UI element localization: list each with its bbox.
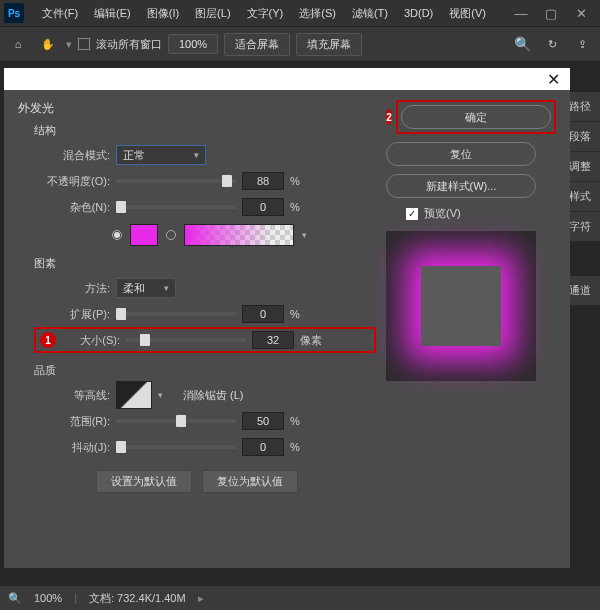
blend-mode-value: 正常 bbox=[123, 148, 145, 163]
status-docinfo: 文档: 732.4K/1.40M bbox=[89, 591, 186, 606]
noise-slider[interactable] bbox=[116, 205, 236, 209]
app-logo: Ps bbox=[4, 3, 24, 23]
size-value[interactable]: 32 bbox=[252, 331, 294, 349]
antialias-label: 消除锯齿 (L) bbox=[183, 388, 244, 403]
gradient-radio[interactable] bbox=[166, 230, 176, 240]
dialog-left-column: 外发光 结构 混合模式: 正常 ▾ 不透明度(O): 88 % bbox=[18, 100, 376, 558]
method-dropdown[interactable]: 柔和 ▾ bbox=[116, 278, 176, 298]
dialog-titlebar: ✕ bbox=[4, 68, 570, 90]
opacity-slider[interactable] bbox=[116, 179, 236, 183]
preview-glow-sample bbox=[421, 266, 501, 346]
color-swatch[interactable] bbox=[130, 224, 158, 246]
maximize-icon[interactable]: ▢ bbox=[536, 6, 566, 21]
dialog-close-icon[interactable]: ✕ bbox=[547, 70, 560, 89]
method-value: 柔和 bbox=[123, 281, 145, 296]
status-bar: 🔍 100% | 文档: 732.4K/1.40M ▸ bbox=[0, 586, 600, 610]
opacity-unit: % bbox=[290, 175, 300, 187]
minimize-icon[interactable]: — bbox=[506, 6, 536, 21]
size-unit: 像素 bbox=[300, 333, 322, 348]
menu-bar: Ps 文件(F) 编辑(E) 图像(I) 图层(L) 文字(Y) 选择(S) 滤… bbox=[0, 0, 600, 26]
home-icon[interactable]: ⌂ bbox=[6, 32, 30, 56]
scroll-all-label: 滚动所有窗口 bbox=[96, 37, 162, 52]
contour-picker[interactable] bbox=[116, 381, 152, 409]
opacity-value[interactable]: 88 bbox=[242, 172, 284, 190]
spread-value[interactable]: 0 bbox=[242, 305, 284, 323]
annotation-badge-2: 2 bbox=[386, 109, 392, 125]
menu-view[interactable]: 视图(V) bbox=[441, 6, 494, 21]
spread-label: 扩展(P): bbox=[34, 307, 110, 322]
zoom-level-button[interactable]: 100% bbox=[168, 34, 218, 54]
menu-file[interactable]: 文件(F) bbox=[34, 6, 86, 21]
jitter-label: 抖动(J): bbox=[34, 440, 110, 455]
range-label: 范围(R): bbox=[34, 414, 110, 429]
main-area: ✕ 路径 段落 调整 样式 字符 通道 外发光 结构 混合模式: 正常 ▾ bbox=[0, 62, 600, 610]
size-label: 大小(S): bbox=[62, 333, 120, 348]
chevron-down-icon[interactable]: ▾ bbox=[302, 230, 307, 240]
dialog-right-column: 2 确定 复位 新建样式(W)... ✓ 预览(V) bbox=[376, 100, 556, 558]
menu-filter[interactable]: 滤镜(T) bbox=[344, 6, 396, 21]
preview-checkbox[interactable]: ✓ bbox=[406, 208, 418, 220]
spread-slider[interactable] bbox=[116, 312, 236, 316]
menu-image[interactable]: 图像(I) bbox=[139, 6, 187, 21]
menu-select[interactable]: 选择(S) bbox=[291, 6, 344, 21]
share-icon[interactable]: ⇪ bbox=[570, 32, 594, 56]
search-icon[interactable]: 🔍 bbox=[8, 592, 22, 605]
noise-value[interactable]: 0 bbox=[242, 198, 284, 216]
gradient-swatch[interactable] bbox=[184, 224, 294, 246]
history-icon[interactable]: ↻ bbox=[540, 32, 564, 56]
group-structure-label: 结构 bbox=[34, 123, 376, 138]
preview-label: 预览(V) bbox=[424, 206, 461, 221]
noise-unit: % bbox=[290, 201, 300, 213]
contour-label: 等高线: bbox=[34, 388, 110, 403]
range-slider[interactable] bbox=[116, 419, 236, 423]
chevron-down-icon: ▾ bbox=[164, 283, 169, 293]
cancel-button[interactable]: 复位 bbox=[386, 142, 536, 166]
chevron-down-icon: ▾ bbox=[194, 150, 199, 160]
new-style-button[interactable]: 新建样式(W)... bbox=[386, 174, 536, 198]
noise-label: 杂色(N): bbox=[34, 200, 110, 215]
opacity-label: 不透明度(O): bbox=[34, 174, 110, 189]
search-icon[interactable]: 🔍 bbox=[510, 32, 534, 56]
menu-layer[interactable]: 图层(L) bbox=[187, 6, 238, 21]
size-slider[interactable] bbox=[126, 338, 246, 342]
jitter-value[interactable]: 0 bbox=[242, 438, 284, 456]
group-quality-label: 品质 bbox=[34, 363, 376, 378]
range-unit: % bbox=[290, 415, 300, 427]
make-default-button[interactable]: 设置为默认值 bbox=[96, 470, 192, 493]
jitter-slider[interactable] bbox=[116, 445, 236, 449]
blend-mode-dropdown[interactable]: 正常 ▾ bbox=[116, 145, 206, 165]
status-zoom[interactable]: 100% bbox=[34, 592, 62, 604]
close-icon[interactable]: ✕ bbox=[566, 6, 596, 21]
menu-edit[interactable]: 编辑(E) bbox=[86, 6, 139, 21]
menu-type[interactable]: 文字(Y) bbox=[239, 6, 292, 21]
fit-screen-button[interactable]: 适合屏幕 bbox=[224, 33, 290, 56]
effect-title: 外发光 bbox=[18, 100, 376, 117]
range-value[interactable]: 50 bbox=[242, 412, 284, 430]
spread-unit: % bbox=[290, 308, 300, 320]
color-radio[interactable] bbox=[112, 230, 122, 240]
annotation-badge-1: 1 bbox=[40, 332, 56, 348]
ok-button[interactable]: 确定 bbox=[401, 105, 551, 129]
jitter-unit: % bbox=[290, 441, 300, 453]
blend-mode-label: 混合模式: bbox=[34, 148, 110, 163]
effect-preview bbox=[386, 231, 536, 381]
method-label: 方法: bbox=[34, 281, 110, 296]
group-elements-label: 图素 bbox=[34, 256, 376, 271]
scroll-all-checkbox[interactable] bbox=[78, 38, 90, 50]
menu-3d[interactable]: 3D(D) bbox=[396, 7, 441, 19]
layer-style-dialog: 外发光 结构 混合模式: 正常 ▾ 不透明度(O): 88 % bbox=[4, 90, 570, 568]
chevron-down-icon[interactable]: ▾ bbox=[158, 390, 163, 400]
reset-default-button[interactable]: 复位为默认值 bbox=[202, 470, 298, 493]
fill-screen-button[interactable]: 填充屏幕 bbox=[296, 33, 362, 56]
hand-tool-icon[interactable]: ✋ bbox=[36, 32, 60, 56]
options-bar: ⌂ ✋ ▾ 滚动所有窗口 100% 适合屏幕 填充屏幕 🔍 ↻ ⇪ bbox=[0, 26, 600, 62]
